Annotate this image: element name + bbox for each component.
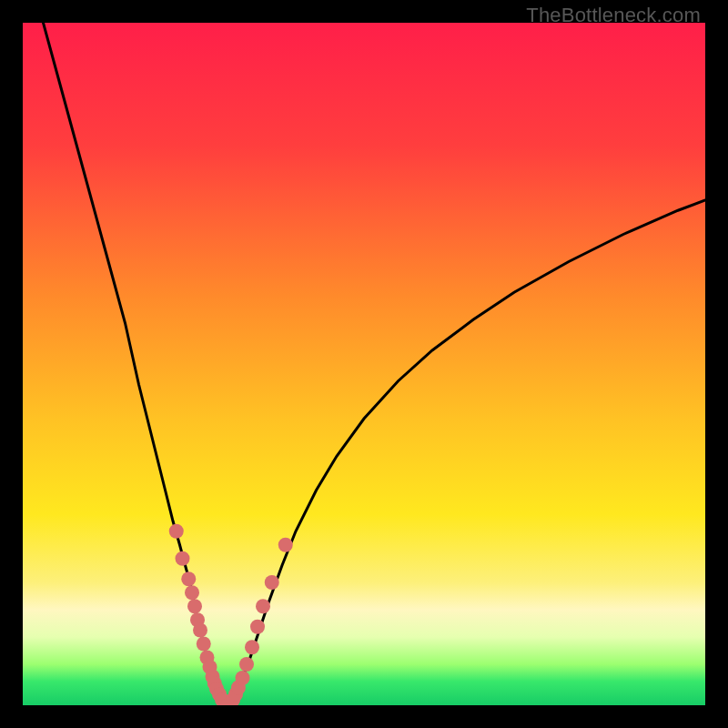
marker-point [265,575,279,590]
marker-point [193,623,207,638]
marker-point [245,640,259,654]
marker-point [187,599,202,613]
marker-point [197,637,211,652]
marker-points [169,524,293,705]
marker-point [239,657,254,672]
marker-point [185,585,199,600]
curve-layer [23,23,705,705]
marker-point [176,551,190,566]
chart-frame: TheBottleneck.com [0,0,728,728]
marker-point [250,620,265,634]
marker-point [236,671,250,685]
watermark-text: TheBottleneck.com [526,4,701,27]
marker-point [169,524,184,539]
marker-point [278,538,293,552]
plot-area [23,23,705,705]
marker-point [256,599,270,613]
marker-point [181,571,196,586]
curve-right-branch [228,200,705,705]
